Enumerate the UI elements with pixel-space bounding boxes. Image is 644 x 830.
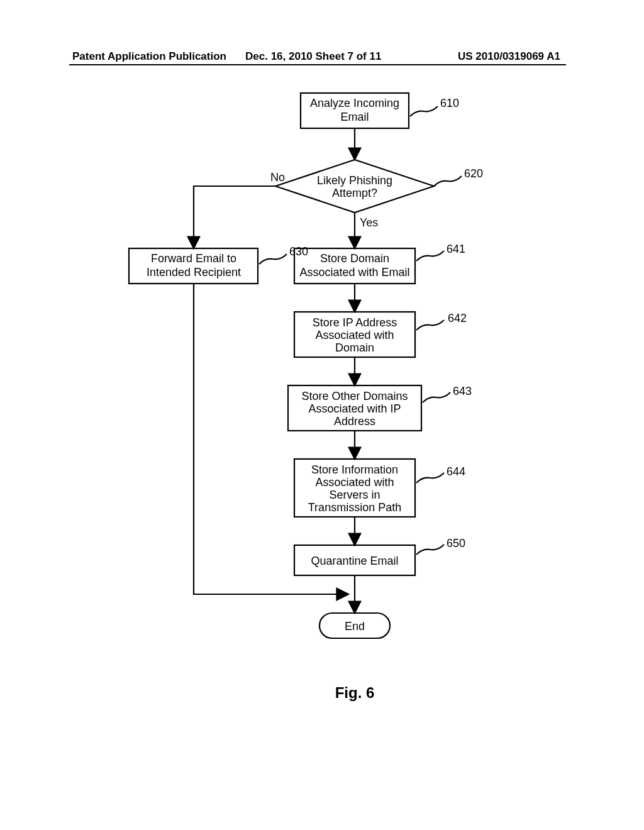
node-644-l1: Store Information <box>311 463 398 476</box>
node-644-l3: Servers in <box>329 489 380 501</box>
node-decision-l1: Likely Phishing <box>317 174 392 187</box>
node-642-l3: Domain <box>335 341 374 354</box>
edge-no-label: No <box>270 171 285 184</box>
ref-643: 643 <box>453 385 472 397</box>
ref-620: 620 <box>464 167 483 180</box>
node-641-l2: Associated with Email <box>299 266 409 279</box>
node-forward-l1: Forward Email to <box>151 252 236 265</box>
node-forward-l2: Intended Recipient <box>147 266 241 279</box>
leader-643 <box>423 392 450 402</box>
node-644-l4: Transmission Path <box>308 501 401 514</box>
leader-610 <box>410 106 438 116</box>
leader-644 <box>416 473 444 483</box>
edge-yes-label: Yes <box>360 216 378 229</box>
leader-650 <box>416 545 444 555</box>
leader-630 <box>259 254 287 264</box>
node-643-l2: Associated with IP <box>308 402 401 415</box>
ref-610: 610 <box>440 97 459 109</box>
node-643-l3: Address <box>334 415 375 428</box>
node-decision-l2: Attempt? <box>332 187 377 199</box>
leader-642 <box>416 320 444 330</box>
leader-641 <box>416 251 444 261</box>
ref-630: 630 <box>289 245 308 258</box>
ref-644: 644 <box>447 465 465 478</box>
node-650-l1: Quarantine Email <box>311 555 398 567</box>
node-analyze-l1: Analyze Incoming <box>310 97 399 109</box>
node-analyze-l2: Email <box>340 111 369 123</box>
node-641-l1: Store Domain <box>320 252 389 265</box>
ref-641: 641 <box>447 243 465 255</box>
node-644-l2: Associated with <box>315 476 394 489</box>
node-643-l1: Store Other Domains <box>301 390 408 402</box>
leader-620 <box>434 176 462 186</box>
flowchart: Analyze Incoming Email 610 Likely Phishi… <box>0 0 644 830</box>
ref-650: 650 <box>447 537 465 550</box>
node-642-l2: Associated with <box>315 329 394 341</box>
node-end-label: End <box>345 620 365 633</box>
node-642-l1: Store IP Address <box>313 316 397 329</box>
edge-620-630 <box>194 186 275 247</box>
figure-label: Fig. 6 <box>335 684 375 701</box>
ref-642: 642 <box>448 312 467 324</box>
